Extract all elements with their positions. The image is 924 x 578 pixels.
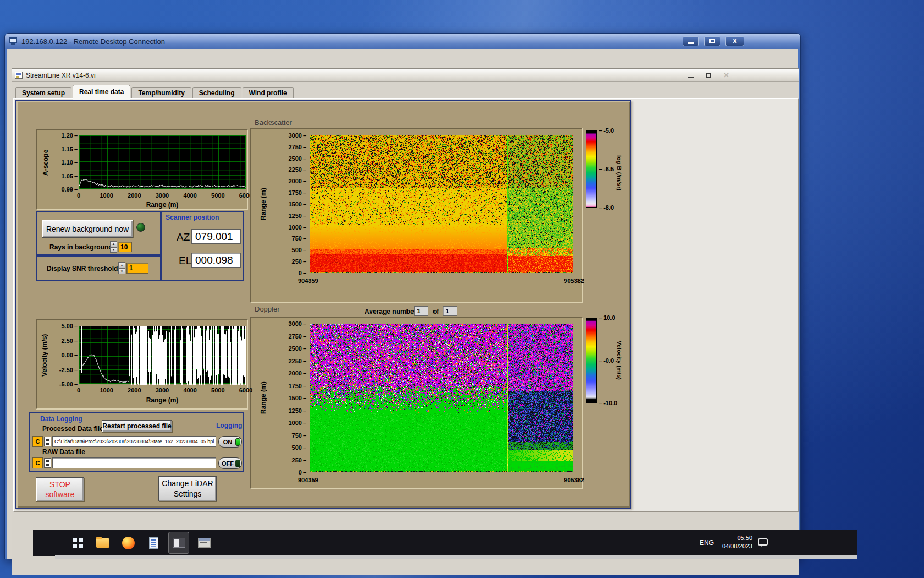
rdp-window: 192.168.0.122 - Remote Desktop Connectio… bbox=[4, 33, 801, 559]
doppler-y-axis-label: Range (m) bbox=[259, 324, 268, 472]
average-of-label: of bbox=[433, 308, 439, 315]
minimize-button[interactable] bbox=[683, 36, 699, 46]
file-explorer-button[interactable] bbox=[92, 532, 113, 554]
raw-logging-toggle-label: OFF bbox=[220, 460, 235, 467]
start-icon bbox=[73, 538, 83, 548]
background-led-indicator bbox=[136, 223, 145, 232]
clock-time: 05:50 bbox=[718, 534, 752, 542]
average-total-field[interactable]: 1 bbox=[443, 306, 457, 316]
backscatter-title: Backscatter bbox=[255, 118, 292, 127]
scanner-position-heading: Scanner position bbox=[166, 214, 219, 221]
snr-spinner[interactable]: ▲▼ bbox=[118, 262, 125, 274]
ascope-graph: A-scope 1.201.151.101.050.99 01000200030… bbox=[36, 129, 248, 210]
tab-system-setup[interactable]: System setup bbox=[15, 87, 72, 99]
doppler-colorbar bbox=[586, 318, 597, 403]
minimize-icon bbox=[688, 42, 694, 44]
processed-logging-led bbox=[235, 438, 240, 446]
vi-icon bbox=[15, 72, 23, 79]
doppler-colorbar-ticks: 10.0-0.0-10.0 bbox=[599, 314, 617, 407]
rays-spinner[interactable]: ▲▼ bbox=[110, 241, 117, 253]
velocity-trace-canvas bbox=[79, 326, 246, 385]
backscatter-x-end: 905382 bbox=[564, 277, 584, 284]
computer-icon bbox=[9, 37, 18, 45]
backscatter-x-start: 904359 bbox=[298, 277, 318, 284]
notification-icon[interactable] bbox=[758, 538, 768, 546]
scan-scheduler-icon bbox=[198, 538, 211, 548]
raw-logging-toggle[interactable]: OFF bbox=[218, 457, 242, 469]
ascope-x-axis-label: Range (m) bbox=[80, 201, 245, 209]
backscatter-colorbar bbox=[586, 130, 597, 208]
stop-software-button[interactable]: STOP software bbox=[36, 477, 84, 501]
rdp-client-area: StreamLine XR v14-6.vi ✕ System setup Re… bbox=[7, 49, 798, 559]
scan-scheduler-button[interactable] bbox=[194, 532, 215, 554]
processed-path-field[interactable]: C:\Lidar\Data\Proc\2023\202308\20230804\… bbox=[52, 436, 216, 447]
start-button[interactable] bbox=[67, 532, 88, 554]
doppler-heatmap-canvas bbox=[310, 324, 573, 472]
azimuth-value-field[interactable]: 079.001 bbox=[191, 229, 241, 244]
vi-minimize-icon[interactable] bbox=[688, 77, 694, 78]
scanner-position-box: Scanner position AZ 079.001 EL 000.098 bbox=[161, 211, 244, 281]
tab-bar: System setup Real time data Temp/humidit… bbox=[15, 86, 295, 99]
velocity-y-ticks: 5.002.500.00-2.50-5.00 bbox=[50, 322, 78, 388]
vi-close-icon[interactable]: ✕ bbox=[723, 71, 729, 79]
maximize-button[interactable] bbox=[704, 36, 721, 46]
rdp-session-icon bbox=[173, 538, 185, 548]
rdp-session-button[interactable] bbox=[168, 532, 189, 554]
ascope-y-ticks: 1.201.151.101.050.99 bbox=[51, 132, 78, 193]
velocity-graph: Velocity (m/s) 5.002.500.00-2.50-5.00 01… bbox=[36, 319, 248, 410]
processed-drive-combo[interactable]: C bbox=[32, 436, 43, 447]
rays-value-field[interactable]: 10 bbox=[118, 242, 132, 252]
stop-software-line1: STOP bbox=[50, 479, 70, 489]
doppler-x-end: 905382 bbox=[564, 477, 584, 483]
vi-window: StreamLine XR v14-6.vi ✕ System setup Re… bbox=[12, 68, 799, 575]
notepad-button[interactable] bbox=[143, 532, 164, 554]
raw-browse-icon[interactable] bbox=[44, 458, 51, 468]
firefox-button[interactable] bbox=[118, 532, 139, 554]
raw-path-field[interactable] bbox=[52, 457, 216, 468]
tab-real-time-data[interactable]: Real time data bbox=[73, 85, 130, 99]
elevation-label: EL bbox=[179, 255, 191, 267]
change-lidar-settings-button[interactable]: Change LiDAR Settings bbox=[158, 476, 217, 501]
velocity-plot-area bbox=[79, 326, 246, 384]
doppler-colorbar-label: Velocity (m/s) bbox=[616, 326, 623, 394]
doppler-graph: Range (m) 300027502500225020001750150012… bbox=[250, 317, 583, 489]
doppler-x-labels: 904359 905382 bbox=[298, 477, 584, 483]
average-number-label: Average number bbox=[365, 308, 416, 315]
tab-wind-profile[interactable]: Wind profile bbox=[243, 87, 294, 99]
elevation-value-field[interactable]: 000.098 bbox=[191, 253, 241, 268]
restart-processed-file-button[interactable]: Restart processed file bbox=[102, 420, 172, 432]
backscatter-heatmap-canvas bbox=[310, 135, 573, 273]
velocity-y-axis-label: Velocity (m/s) bbox=[40, 326, 49, 384]
raw-drive-combo[interactable]: C bbox=[32, 457, 43, 468]
stop-software-line2: software bbox=[46, 489, 75, 499]
rays-in-background-label: Rays in background bbox=[50, 243, 113, 251]
language-indicator[interactable]: ENG bbox=[698, 536, 715, 549]
ascope-plot-area bbox=[79, 135, 246, 189]
snr-value-field[interactable]: 1 bbox=[127, 263, 148, 274]
document-icon bbox=[149, 537, 158, 549]
doppler-y-ticks: 3000275025002250200017501500125010007505… bbox=[273, 320, 306, 476]
firefox-icon bbox=[122, 537, 135, 549]
vi-titlebar[interactable]: StreamLine XR v14-6.vi ✕ bbox=[12, 69, 799, 82]
ascope-y-axis-label: A-scope bbox=[41, 135, 50, 189]
doppler-plot-area bbox=[310, 324, 573, 472]
average-current-field[interactable]: 1 bbox=[414, 306, 428, 316]
clock-date: 04/08/2023 bbox=[718, 542, 752, 550]
doppler-title: Doppler bbox=[255, 305, 280, 313]
backscatter-colorbar-label: log B (/m/sr) bbox=[616, 139, 623, 207]
close-button[interactable]: X bbox=[725, 36, 744, 46]
processed-browse-icon[interactable] bbox=[44, 437, 51, 446]
vi-restore-icon[interactable] bbox=[706, 73, 711, 78]
processed-logging-toggle[interactable]: ON bbox=[218, 436, 242, 448]
clock[interactable]: 05:50 04/08/2023 bbox=[718, 534, 752, 550]
renew-background-button[interactable]: Renew background now bbox=[42, 220, 133, 238]
backscatter-graph: Range (m) 300027502500225020001750150012… bbox=[250, 128, 583, 303]
rdp-titlebar[interactable]: 192.168.0.122 - Remote Desktop Connectio… bbox=[5, 34, 800, 49]
snr-box: Display SNR threshold ▲▼ 1 bbox=[36, 255, 161, 281]
tab-temp-humidity[interactable]: Temp/humidity bbox=[131, 87, 191, 99]
tab-scheduling[interactable]: Scheduling bbox=[193, 87, 241, 99]
data-logging-box: Data Logging Processed Data file Restart… bbox=[29, 412, 244, 472]
raw-logging-led bbox=[235, 460, 240, 467]
ascope-trace-canvas bbox=[79, 136, 246, 190]
rdp-window-title: 192.168.0.122 - Remote Desktop Connectio… bbox=[21, 37, 165, 46]
